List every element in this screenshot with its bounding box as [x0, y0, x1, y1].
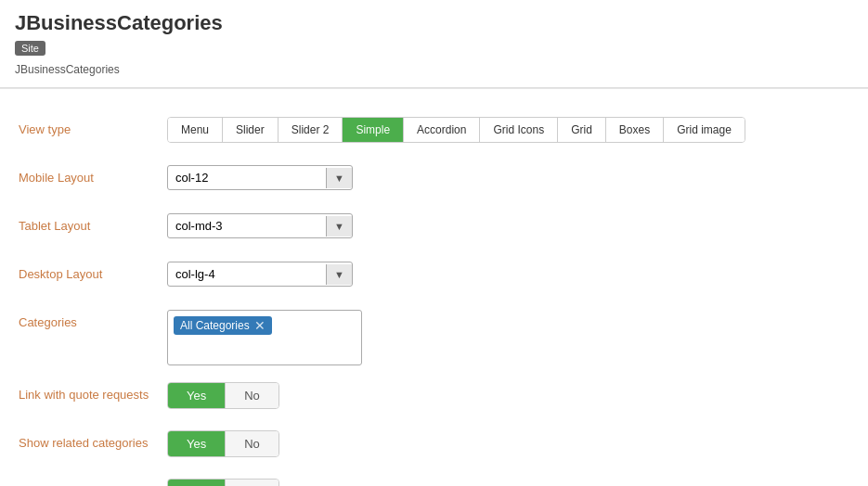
categories-row: Categories All Categories ✕: [19, 310, 849, 365]
tablet-layout-select[interactable]: col-md-3 col-md-4 col-md-6 col-md-12: [168, 214, 326, 237]
show-related-label: Show related categories: [19, 430, 167, 450]
tablet-layout-arrow-icon: ▼: [326, 216, 352, 237]
show-view-all-label: Show view all: [19, 479, 167, 486]
mobile-layout-label: Mobile Layout: [19, 165, 167, 185]
tablet-layout-select-wrapper[interactable]: col-md-3 col-md-4 col-md-6 col-md-12 ▼: [167, 213, 353, 238]
tab-boxes[interactable]: Boxes: [606, 118, 664, 142]
desktop-layout-label: Desktop Layout: [19, 262, 167, 281]
category-tag-label: All Categories: [180, 319, 250, 332]
view-type-row: View type Menu Slider Slider 2 Simple Ac…: [19, 117, 849, 148]
category-tag-all: All Categories ✕: [174, 316, 272, 335]
show-view-all-row: Show view all Yes No: [19, 479, 849, 486]
tablet-layout-label: Tablet Layout: [19, 213, 167, 233]
mobile-layout-select[interactable]: col-12 col-6 col-4 col-3: [168, 166, 326, 189]
content-area: View type Menu Slider Slider 2 Simple Ac…: [0, 102, 868, 486]
show-related-no-button[interactable]: No: [225, 431, 279, 456]
desktop-layout-select[interactable]: col-lg-4 col-lg-3 col-lg-6 col-lg-12: [168, 262, 326, 286]
tablet-layout-control: col-md-3 col-md-4 col-md-6 col-md-12 ▼: [167, 213, 849, 238]
tab-grid-image[interactable]: Grid image: [664, 118, 745, 142]
tab-slider[interactable]: Slider: [223, 118, 279, 142]
show-view-all-no-button[interactable]: No: [225, 480, 279, 486]
categories-box[interactable]: All Categories ✕: [167, 310, 362, 365]
link-quote-yes-button[interactable]: Yes: [168, 383, 225, 408]
page-header: JBusinessCategories Site JBusinessCatego…: [0, 0, 868, 88]
show-related-control: Yes No: [167, 430, 849, 457]
link-quote-no-button[interactable]: No: [225, 383, 279, 408]
category-remove-icon[interactable]: ✕: [254, 319, 266, 332]
categories-control: All Categories ✕: [167, 310, 849, 365]
link-quote-row: Link with quote requests Yes No: [19, 382, 849, 414]
show-view-all-yes-button[interactable]: Yes: [168, 480, 225, 486]
tab-grid[interactable]: Grid: [558, 118, 606, 142]
desktop-layout-arrow-icon: ▼: [326, 264, 352, 285]
link-quote-control: Yes No: [167, 382, 849, 409]
categories-label: Categories: [19, 310, 167, 329]
link-quote-label: Link with quote requests: [19, 382, 167, 402]
show-view-all-toggle: Yes No: [167, 479, 279, 486]
view-type-tabs: Menu Slider Slider 2 Simple Accordion Gr…: [167, 117, 745, 143]
page-title: JBusinessCategories: [15, 11, 853, 35]
breadcrumb: JBusinessCategories: [15, 59, 853, 83]
tab-slider2[interactable]: Slider 2: [279, 118, 343, 142]
tab-grid-icons[interactable]: Grid Icons: [480, 118, 558, 142]
tab-simple[interactable]: Simple: [343, 118, 404, 142]
show-view-all-control: Yes No: [167, 479, 849, 486]
mobile-layout-select-wrapper[interactable]: col-12 col-6 col-4 col-3 ▼: [167, 165, 353, 190]
desktop-layout-row: Desktop Layout col-lg-4 col-lg-3 col-lg-…: [19, 262, 849, 293]
mobile-layout-control: col-12 col-6 col-4 col-3 ▼: [167, 165, 849, 190]
tab-menu[interactable]: Menu: [168, 118, 223, 142]
site-badge: Site: [15, 41, 45, 56]
show-related-toggle: Yes No: [167, 430, 279, 457]
show-related-yes-button[interactable]: Yes: [168, 431, 225, 456]
mobile-layout-arrow-icon: ▼: [326, 168, 352, 188]
show-related-row: Show related categories Yes No: [19, 430, 849, 462]
link-quote-toggle: Yes No: [167, 382, 279, 409]
desktop-layout-control: col-lg-4 col-lg-3 col-lg-6 col-lg-12 ▼: [167, 262, 849, 287]
tablet-layout-row: Tablet Layout col-md-3 col-md-4 col-md-6…: [19, 213, 849, 245]
view-type-control: Menu Slider Slider 2 Simple Accordion Gr…: [167, 117, 849, 143]
view-type-label: View type: [19, 117, 167, 136]
tab-accordion[interactable]: Accordion: [404, 118, 480, 142]
mobile-layout-row: Mobile Layout col-12 col-6 col-4 col-3 ▼: [19, 165, 849, 197]
desktop-layout-select-wrapper[interactable]: col-lg-4 col-lg-3 col-lg-6 col-lg-12 ▼: [167, 262, 353, 287]
